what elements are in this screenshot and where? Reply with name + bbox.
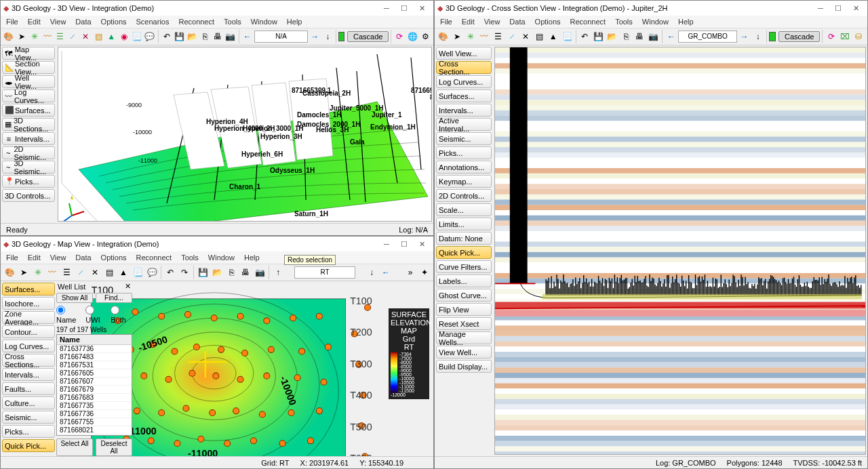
menu-tools[interactable]: Tools [220, 17, 245, 26]
open-icon[interactable]: 📂 [186, 30, 198, 43]
find-button[interactable]: Find... [96, 293, 132, 303]
side-well-view-[interactable]: Well View... [436, 47, 492, 60]
select-all-button[interactable]: Select All [56, 439, 93, 456]
side-2d-seismic-[interactable]: ~2D Seismic... [2, 146, 55, 159]
side-map-view-[interactable]: 🗺Map View... [2, 47, 55, 60]
menu-file[interactable]: File [436, 17, 456, 26]
side-keymap-[interactable]: Keymap... [436, 175, 492, 188]
back-arrow-icon[interactable]: ← [665, 30, 677, 43]
refresh-icon[interactable]: 🎨 [3, 30, 15, 43]
open-icon[interactable]: 📂 [210, 266, 224, 279]
camera-icon[interactable]: 📷 [647, 30, 660, 43]
menu-reconnect[interactable]: Reconnect [132, 253, 176, 262]
minimize-button[interactable]: ─ [378, 237, 395, 251]
refresh2-icon[interactable]: ⟳ [393, 30, 406, 43]
side-3d-sections-[interactable]: ▦3D Sections... [2, 118, 55, 131]
db-icon[interactable]: ⛁ [852, 30, 865, 43]
menu-window[interactable]: Window [204, 253, 239, 262]
side-surfaces-[interactable]: Surfaces... [436, 89, 492, 102]
maximize-button[interactable]: ☐ [829, 1, 847, 15]
save-icon[interactable]: 💾 [196, 266, 210, 279]
deselect-all-button[interactable]: Deselect All [96, 439, 132, 456]
menu-data[interactable]: Data [71, 17, 95, 26]
grid-icon[interactable]: ☰ [492, 30, 505, 43]
side-cross-section-[interactable]: Cross Section... [436, 61, 492, 74]
side-surfaces-[interactable]: Surfaces... [2, 283, 55, 295]
save-icon[interactable]: 💾 [173, 30, 185, 43]
radio-name[interactable]: Name [56, 306, 81, 324]
layer-icon[interactable]: ▤ [533, 30, 546, 43]
menu-view[interactable]: View [46, 253, 71, 262]
menu-edit[interactable]: Edit [24, 17, 45, 26]
close-button[interactable]: ✕ [413, 237, 431, 251]
side-zone-average-[interactable]: Zone Average... [2, 311, 55, 324]
side-well-view-[interactable]: 🕳Well View... [2, 75, 55, 88]
minimize-button[interactable]: ─ [812, 1, 829, 15]
radio-uwi[interactable]: UWI [85, 306, 106, 324]
minimize-button[interactable]: ─ [378, 1, 395, 15]
side-seismic-[interactable]: Seismic... [2, 411, 55, 424]
side-log-curves-[interactable]: Log Curves... [2, 340, 55, 352]
down-icon[interactable]: ↓ [365, 266, 378, 279]
copy-icon[interactable]: ⎘ [199, 30, 211, 43]
menu-help[interactable]: Help [674, 17, 698, 26]
menu-view[interactable]: View [46, 17, 71, 26]
copy-icon[interactable]: ⎘ [619, 30, 632, 43]
menu-file[interactable]: File [2, 17, 22, 26]
msg-icon[interactable]: 💬 [145, 266, 159, 279]
side-picks-[interactable]: Picks... [436, 146, 492, 159]
pointer-icon[interactable]: ➤ [450, 30, 463, 43]
north-icon[interactable]: ▲ [117, 266, 130, 279]
table-row[interactable]: 871667679 [57, 386, 132, 394]
side-reset-xsect[interactable]: Reset Xsect [436, 317, 492, 330]
table-row[interactable]: 871667683 [57, 394, 132, 402]
pick-icon[interactable]: 〰 [45, 266, 59, 279]
side-intervals-[interactable]: Intervals... [2, 368, 55, 381]
table-row[interactable]: 871667605 [57, 369, 132, 378]
menu-data[interactable]: Data [505, 17, 529, 26]
menu-data[interactable]: Data [71, 253, 95, 262]
menu-help[interactable]: Help [240, 253, 264, 262]
close-button[interactable]: ✕ [413, 1, 431, 15]
menu-reconnect[interactable]: Reconnect [566, 17, 610, 26]
gear-icon[interactable]: ✦ [418, 266, 431, 279]
maximize-button[interactable]: ☐ [395, 237, 413, 251]
north-icon[interactable]: ▲ [547, 30, 559, 43]
copy-icon[interactable]: ⎘ [224, 266, 238, 279]
menu-file[interactable]: File [2, 253, 22, 262]
undo-icon[interactable]: ↶ [161, 30, 173, 43]
undo-icon[interactable]: ↶ [163, 266, 177, 279]
menu-scenarios[interactable]: Scenarios [132, 17, 174, 26]
side-quick-pick-[interactable]: Quick Pick... [2, 439, 55, 452]
camera-icon[interactable]: 📷 [253, 266, 267, 279]
print-icon[interactable]: 🖶 [212, 30, 224, 43]
globe-icon[interactable]: ◉ [118, 30, 130, 43]
menu-options[interactable]: Options [531, 17, 565, 26]
fwd-arrow-icon[interactable]: → [309, 30, 321, 43]
refresh-icon[interactable]: 🎨 [3, 266, 16, 279]
side-picks-[interactable]: Picks... [2, 425, 55, 438]
log-select[interactable]: N/A [254, 30, 309, 43]
side-log-curves-[interactable]: 〰Log Curves... [2, 89, 55, 102]
cylinder-icon[interactable]: ⌧ [839, 30, 852, 43]
menu-tools[interactable]: Tools [177, 253, 203, 262]
back-arrow-icon[interactable]: ← [379, 266, 393, 279]
pointer-icon[interactable]: ➤ [17, 266, 31, 279]
back-arrow-icon[interactable]: ← [241, 30, 254, 43]
viewport-xs[interactable] [494, 47, 866, 455]
close-icon[interactable]: ✕ [125, 282, 131, 291]
side-intervals-[interactable]: Intervals... [436, 104, 492, 117]
redo-icon[interactable]: ↷ [178, 266, 191, 279]
side-quick-pick-[interactable]: Quick Pick... [436, 246, 492, 259]
cascade-button[interactable]: Cascade [778, 31, 820, 42]
msg-icon[interactable]: 💬 [144, 30, 156, 43]
info-icon[interactable]: 📃 [560, 30, 573, 43]
cascade-button[interactable]: Cascade [347, 31, 389, 42]
side-scale-[interactable]: Scale... [436, 203, 492, 216]
table-row[interactable]: 871667755 [57, 418, 132, 426]
side-faults-[interactable]: Faults... [2, 382, 55, 395]
layer-icon[interactable]: ▤ [92, 30, 104, 43]
side-flip-view[interactable]: Flip View [436, 303, 492, 316]
table-row[interactable]: 871637736 [57, 345, 132, 353]
menu-window[interactable]: Window [247, 17, 281, 26]
